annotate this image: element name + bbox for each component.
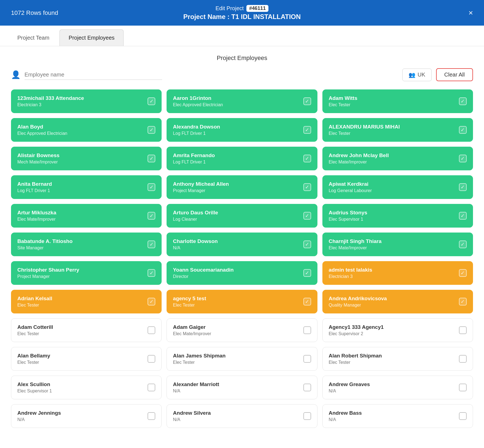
- employee-checkbox[interactable]: [148, 355, 155, 363]
- employee-checkbox[interactable]: ✓: [303, 97, 311, 105]
- employee-checkbox[interactable]: [459, 326, 467, 334]
- employee-name: Anthony Micheal Allen: [173, 181, 229, 187]
- employee-checkbox[interactable]: ✓: [459, 183, 467, 191]
- section-title: Project Employees: [11, 54, 473, 62]
- employee-checkbox[interactable]: ✓: [303, 126, 311, 134]
- employee-card[interactable]: Alistair BownessMech Mate/Improver✓: [11, 147, 162, 170]
- employee-card[interactable]: Charnjit Singh ThiaraElec Mate/Improver✓: [322, 233, 473, 256]
- employee-name: Alan James Shipman: [173, 353, 225, 359]
- employee-role: Elec Approved Electrician: [17, 131, 67, 136]
- employee-card[interactable]: Yoann SoucemarianadinDirector✓: [167, 261, 317, 285]
- employee-card[interactable]: Aaron 1GrintonElec Approved Electrician✓: [167, 89, 317, 113]
- close-button[interactable]: ×: [469, 9, 473, 17]
- employee-card[interactable]: Andrew GreavesN/A: [322, 376, 473, 399]
- employee-role: Elec Tester: [17, 360, 50, 365]
- employee-role: Elec Approved Electrician: [173, 102, 223, 107]
- employee-card[interactable]: 123michail 333 AttendanceElectrician 3✓: [11, 89, 162, 113]
- employee-card[interactable]: Alan BoydElec Approved Electrician✓: [11, 118, 162, 142]
- employee-card[interactable]: Adam GaigerElec Mate/Improver: [167, 318, 317, 342]
- employee-card[interactable]: Adrian KelsallElec Tester✓: [11, 290, 162, 313]
- employee-checkbox[interactable]: ✓: [459, 212, 467, 220]
- employee-card[interactable]: Alex ScullionElec Supervisor 1: [11, 376, 162, 399]
- employee-role: Elec Tester: [173, 360, 225, 365]
- employee-checkbox[interactable]: ✓: [459, 97, 467, 105]
- employee-checkbox[interactable]: ✓: [459, 241, 467, 248]
- employee-name: admin test Ialakis: [329, 267, 372, 273]
- employee-card[interactable]: Charlotte DowsonN/A✓: [167, 233, 317, 256]
- employee-name: Andrew Greaves: [329, 381, 370, 387]
- tabs-bar: Project Team Project Employees: [0, 26, 484, 46]
- employee-role: Project Manager: [17, 274, 79, 279]
- tab-project-team[interactable]: Project Team: [8, 29, 58, 46]
- employee-checkbox[interactable]: [148, 412, 155, 420]
- employee-checkbox[interactable]: [303, 355, 311, 363]
- search-input[interactable]: [25, 70, 162, 80]
- employee-role: Elec Mate/Improver: [329, 160, 389, 165]
- employee-checkbox[interactable]: ✓: [148, 212, 155, 220]
- employee-card[interactable]: Christopher Shaun PerryProject Manager✓: [11, 261, 162, 285]
- employee-checkbox[interactable]: ✓: [148, 97, 155, 105]
- employee-checkbox[interactable]: ✓: [459, 269, 467, 277]
- employee-checkbox[interactable]: ✓: [148, 298, 155, 305]
- employee-card[interactable]: Audrius StonysElec Supervisor 1✓: [322, 204, 473, 228]
- employee-checkbox[interactable]: ✓: [459, 298, 467, 305]
- employee-name: Alexandra Dowson: [173, 124, 220, 130]
- employee-card[interactable]: Babatunde A. TitioshoSite Manager✓: [11, 233, 162, 256]
- employee-card[interactable]: Alan James ShipmanElec Tester: [167, 347, 317, 371]
- employee-card[interactable]: Arturo Daus OrilleLog Cleaner✓: [167, 204, 317, 228]
- employee-card[interactable]: Andrea AndrikovicsovaQuality Manager✓: [322, 290, 473, 313]
- tab-project-employees[interactable]: Project Employees: [59, 29, 124, 46]
- employee-role: N/A: [173, 417, 211, 422]
- employee-checkbox[interactable]: ✓: [303, 298, 311, 305]
- employee-card[interactable]: Andrew John Mclay BellElec Mate/Improver…: [322, 147, 473, 170]
- employee-card[interactable]: Adam CotterillElec Tester: [11, 318, 162, 342]
- employee-card[interactable]: Andrew SilveraN/A: [167, 404, 317, 428]
- employee-checkbox[interactable]: ✓: [148, 183, 155, 191]
- employee-card[interactable]: Amrita FernandoLog FLT Driver 1✓: [167, 147, 317, 170]
- employee-card[interactable]: Artur MikluszkaElec Mate/Improver✓: [11, 204, 162, 228]
- employee-checkbox[interactable]: ✓: [303, 155, 311, 162]
- employee-card[interactable]: Apiwat KerdkraiLog General Labourer✓: [322, 175, 473, 199]
- employee-checkbox[interactable]: [459, 355, 467, 363]
- employee-checkbox[interactable]: [148, 384, 155, 391]
- employee-role: Log FLT Driver 1: [173, 160, 215, 165]
- employee-card[interactable]: Anita BernardLog FLT Driver 1✓: [11, 175, 162, 199]
- employee-card[interactable]: Adam WittsElec Tester✓: [322, 89, 473, 113]
- employee-checkbox[interactable]: [459, 412, 467, 420]
- employee-checkbox[interactable]: ✓: [303, 241, 311, 248]
- employee-card[interactable]: Anthony Micheal AllenProject Manager✓: [167, 175, 317, 199]
- employee-checkbox[interactable]: [303, 326, 311, 334]
- employee-card[interactable]: Alexandra DowsonLog FLT Driver 1✓: [167, 118, 317, 142]
- employee-checkbox[interactable]: ✓: [459, 126, 467, 134]
- employee-checkbox[interactable]: ✓: [148, 126, 155, 134]
- employee-checkbox[interactable]: [303, 384, 311, 391]
- employee-card[interactable]: Andrew BassN/A: [322, 404, 473, 428]
- employee-role: Elec Mate/Improver: [173, 331, 211, 336]
- employee-role: Log General Labourer: [329, 188, 372, 193]
- employee-checkbox[interactable]: ✓: [303, 269, 311, 277]
- employee-card[interactable]: Alan BellamyElec Tester: [11, 347, 162, 371]
- employee-card[interactable]: Agency1 333 Agency1Elec Supervisor 2: [322, 318, 473, 342]
- employee-checkbox[interactable]: [459, 384, 467, 391]
- uk-label: UK: [418, 72, 425, 78]
- clear-all-button[interactable]: Clear All: [436, 68, 473, 81]
- employee-card[interactable]: Alan Robert ShipmanElec Tester: [322, 347, 473, 371]
- employee-name: Adrian Kelsall: [17, 296, 52, 302]
- employee-checkbox[interactable]: ✓: [148, 269, 155, 277]
- employee-checkbox[interactable]: ✓: [459, 155, 467, 162]
- employee-card[interactable]: admin test IalakisElectrician 3✓: [322, 261, 473, 285]
- employee-checkbox[interactable]: [148, 326, 155, 334]
- employee-checkbox[interactable]: [303, 412, 311, 420]
- uk-filter-button[interactable]: 👥 UK: [402, 69, 432, 81]
- employee-checkbox[interactable]: ✓: [148, 241, 155, 248]
- search-area: 👤: [11, 70, 402, 80]
- employee-role: Elec Supervisor 1: [329, 217, 367, 222]
- employee-card[interactable]: ALEXANDRU MARIUS MIHAIElec Tester✓: [322, 118, 473, 142]
- employee-checkbox[interactable]: ✓: [303, 212, 311, 220]
- employee-checkbox[interactable]: ✓: [148, 155, 155, 162]
- employee-name: Amrita Fernando: [173, 152, 215, 159]
- employee-card[interactable]: Andrew JenningsN/A: [11, 404, 162, 428]
- employee-checkbox[interactable]: ✓: [303, 183, 311, 191]
- employee-card[interactable]: agency 5 testElec Tester✓: [167, 290, 317, 313]
- employee-card[interactable]: Alexander MarriottN/A: [167, 376, 317, 399]
